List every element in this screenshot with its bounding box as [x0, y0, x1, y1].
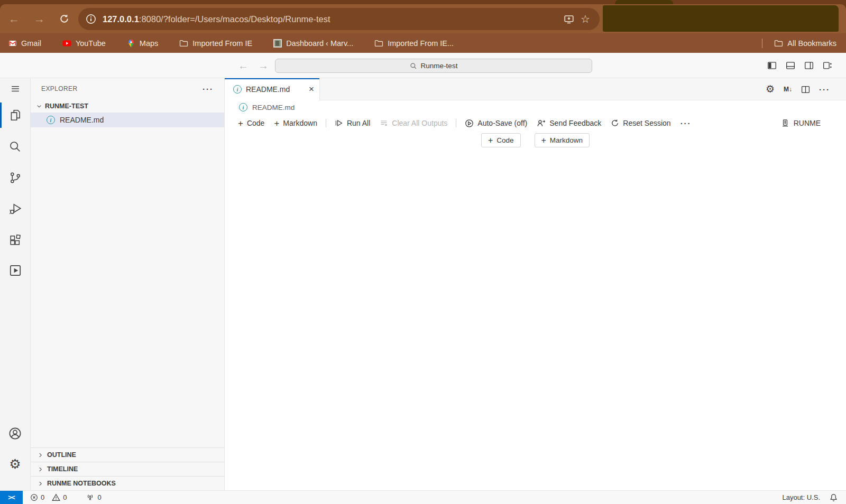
- feedback-icon: [537, 119, 546, 128]
- sidebar-title: EXPLORER: [41, 85, 78, 92]
- add-code-cell-button[interactable]: +Code: [233, 119, 269, 128]
- redacted-profile-area: [603, 5, 839, 32]
- reset-session-button[interactable]: Reset Session: [606, 119, 675, 127]
- chevron-right-icon: [38, 481, 43, 487]
- youtube-icon: [62, 39, 71, 48]
- tab-readme[interactable]: i README.md ×: [225, 78, 320, 100]
- section-outline[interactable]: OUTLINE: [31, 447, 224, 462]
- run-debug-icon[interactable]: [0, 196, 30, 221]
- auto-save-toggle[interactable]: Auto-Save (off): [460, 119, 532, 128]
- vscode-titlebar: ← → Runme-test: [0, 53, 846, 78]
- error-icon: [30, 493, 38, 501]
- problems-indicator[interactable]: 0 0: [30, 493, 67, 501]
- folder-icon: [374, 39, 383, 47]
- explorer-sidebar: EXPLORER ··· RUNME-TEST i README.md OUTL…: [31, 78, 225, 490]
- browser-nav: ← →: [0, 4, 69, 33]
- explorer-more-actions-button[interactable]: ···: [203, 85, 214, 94]
- run-all-icon: [335, 119, 343, 127]
- ports-icon: [86, 493, 95, 501]
- command-center-search[interactable]: Runme-test: [275, 59, 592, 73]
- insert-markdown-cell-button[interactable]: +Markdown: [535, 133, 590, 147]
- bookmark-maps[interactable]: Maps: [127, 39, 158, 48]
- keyboard-layout-status[interactable]: Layout: U.S.: [782, 493, 820, 501]
- run-all-button[interactable]: Run All: [330, 119, 375, 127]
- maps-icon: [127, 39, 135, 48]
- plus-icon: +: [274, 119, 279, 128]
- site-info-icon[interactable]: [86, 14, 96, 24]
- notebook-insert-row: +Code +Markdown: [225, 133, 846, 147]
- editor-back-icon[interactable]: ←: [238, 60, 249, 72]
- clear-all-outputs-button[interactable]: Clear All Outputs: [375, 119, 452, 127]
- forward-icon[interactable]: →: [34, 13, 45, 24]
- editor-forward-icon[interactable]: →: [258, 60, 269, 72]
- bookmark-imported-from-ie[interactable]: Imported From IE: [179, 39, 252, 48]
- warning-icon: [52, 493, 60, 501]
- install-app-icon[interactable]: [564, 14, 574, 24]
- plus-icon: +: [541, 136, 546, 145]
- file-row-readme[interactable]: i README.md: [31, 113, 224, 127]
- close-icon[interactable]: ×: [309, 84, 314, 95]
- extensions-icon[interactable]: [0, 227, 30, 253]
- reset-icon: [611, 119, 619, 127]
- divider: [762, 39, 762, 48]
- more-icon[interactable]: ···: [819, 85, 830, 94]
- bookmark-star-icon[interactable]: ☆: [581, 13, 590, 25]
- folder-icon: [774, 39, 783, 47]
- layout-customize-icon[interactable]: [823, 61, 832, 70]
- menu-icon[interactable]: [0, 78, 30, 99]
- reload-icon[interactable]: [59, 14, 69, 24]
- layout-panel-icon[interactable]: [786, 61, 795, 70]
- gear-icon[interactable]: ⚙: [0, 451, 30, 477]
- plus-icon: +: [488, 136, 493, 145]
- breadcrumb[interactable]: i README.md: [239, 100, 295, 114]
- explorer-icon[interactable]: [0, 102, 30, 128]
- insert-code-cell-button[interactable]: +Code: [481, 133, 521, 147]
- notebook-settings-gear-icon[interactable]: ⚙: [766, 84, 775, 95]
- split-editor-icon[interactable]: [801, 85, 810, 94]
- section-runme-notebooks[interactable]: RUNME NOTEBOOKS: [31, 476, 224, 490]
- remote-indicator[interactable]: ><: [0, 491, 23, 504]
- browser-toolbar: ← → 127.0.0.1:8080/?folder=/Users/macos/…: [0, 4, 846, 33]
- address-bar[interactable]: 127.0.0.1:8080/?folder=/Users/macos/Desk…: [78, 8, 600, 30]
- back-icon[interactable]: ←: [8, 13, 20, 24]
- search-icon[interactable]: [0, 134, 30, 159]
- add-markdown-cell-button[interactable]: +Markdown: [269, 119, 322, 128]
- layout-sidebar-icon[interactable]: [767, 61, 777, 70]
- kernel-icon: [781, 119, 789, 127]
- folder-root-row[interactable]: RUNME-TEST: [31, 99, 224, 113]
- section-timeline[interactable]: TIMELINE: [31, 462, 224, 476]
- runme-file-icon: i: [233, 85, 242, 94]
- bookmark-imported-from-ie-2[interactable]: Imported From IE...: [374, 39, 454, 48]
- runme-icon[interactable]: [0, 258, 30, 283]
- workbench: ⚙ EXPLORER ··· RUNME-TEST i README.md OU…: [0, 78, 846, 490]
- tab-bar: i README.md × ⚙ M↓ ···: [225, 78, 846, 100]
- all-bookmarks-button[interactable]: All Bookmarks: [774, 39, 836, 48]
- divider: [456, 119, 456, 127]
- layout-sidebar-right-icon[interactable]: [804, 61, 814, 70]
- editor-area: i README.md × ⚙ M↓ ··· i README.md +Code…: [225, 78, 846, 490]
- search-icon: [410, 62, 417, 70]
- account-icon[interactable]: [0, 421, 30, 446]
- bookmark-youtube[interactable]: YouTube: [62, 39, 106, 48]
- more-actions-button[interactable]: ···: [676, 119, 696, 128]
- url-text: 127.0.0.1:8080/?folder=/Users/macos/Desk…: [103, 14, 330, 24]
- chevron-down-icon: [36, 103, 42, 109]
- bell-icon[interactable]: [830, 493, 838, 502]
- folder-icon: [179, 39, 188, 47]
- ports-indicator[interactable]: 0: [86, 493, 101, 501]
- markdown-preview-icon[interactable]: M↓: [784, 86, 792, 93]
- source-control-icon[interactable]: [0, 165, 30, 190]
- send-feedback-button[interactable]: Send Feedback: [532, 119, 606, 128]
- auto-save-icon: [465, 119, 474, 128]
- bookmark-dashboard[interactable]: Dashboard ‹ Marv...: [273, 39, 353, 48]
- activity-bar: ⚙: [0, 78, 31, 490]
- bookmark-gmail[interactable]: Gmail: [8, 39, 41, 48]
- notebook-toolbar: +Code +Markdown Run All Clear All Output…: [225, 114, 846, 132]
- runme-file-icon: i: [239, 103, 247, 111]
- runme-file-icon: i: [47, 116, 55, 124]
- gmail-icon: [8, 39, 17, 48]
- favicon-image: [273, 39, 282, 48]
- kernel-picker[interactable]: RUNME: [781, 119, 821, 127]
- chevron-right-icon: [38, 466, 43, 472]
- chevron-right-icon: [38, 452, 43, 458]
